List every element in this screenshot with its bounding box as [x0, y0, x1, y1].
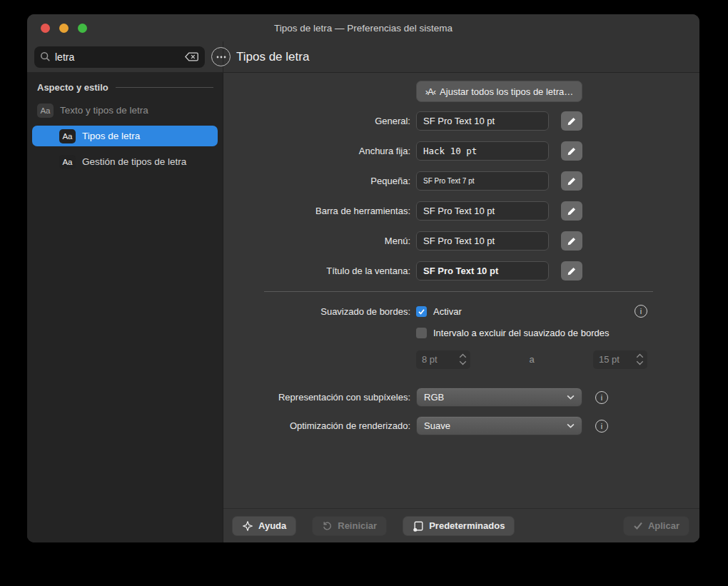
search-area — [27, 41, 223, 72]
sidebar-item-tipos-de-letra[interactable]: Aa Tipos de letra — [32, 126, 218, 146]
hinting-row: Optimización de renderizado: Suave i — [223, 416, 699, 435]
edit-window-title-font-button[interactable] — [561, 261, 582, 281]
field-label: Menú: — [223, 236, 410, 246]
exclude-range-label: Intervalo a excluir del suavizado de bor… — [433, 328, 609, 338]
pencil-icon — [567, 176, 577, 186]
minimize-window-button[interactable] — [59, 24, 69, 33]
section-divider — [264, 291, 653, 292]
hinting-info-icon[interactable]: i — [595, 420, 608, 433]
subpixel-dropdown[interactable]: RGB — [416, 388, 582, 407]
page-header: Tipos de letra — [223, 41, 699, 72]
sidebar-item-label: Texto y tipos de letra — [60, 105, 148, 116]
antialiasing-info-icon[interactable]: i — [635, 305, 647, 318]
page-title: Tipos de letra — [236, 50, 309, 64]
font-row-small: Pequeña: SF Pro Text 7 pt — [223, 171, 699, 191]
reset-button[interactable]: Reiniciar — [312, 516, 387, 536]
defaults-button[interactable]: Predeterminados — [403, 516, 515, 536]
chevron-down-icon — [567, 423, 575, 428]
window-controls — [41, 14, 87, 41]
field-label: General: — [223, 116, 410, 126]
subpixel-info-icon[interactable]: i — [595, 391, 608, 404]
font-management-icon: Aa — [59, 155, 76, 169]
general-font-value: SF Pro Text 10 pt — [416, 111, 549, 131]
field-label: Pequeña: — [223, 176, 410, 186]
sidebar-section-header: Aspecto y estilo — [27, 82, 223, 93]
font-row-general: General: SF Pro Text 10 pt — [223, 111, 699, 131]
sidebar-item-label: Tipos de letra — [82, 131, 140, 141]
search-input[interactable] — [51, 51, 184, 63]
field-label: Suavizado de bordes: — [223, 306, 410, 317]
fixed-width-font-value: Hack 10 pt — [416, 141, 549, 161]
apply-button[interactable]: Aplicar — [623, 516, 689, 536]
font-row-fixed-width: Anchura fija: Hack 10 pt — [223, 141, 699, 161]
maximize-window-button[interactable] — [78, 24, 87, 33]
pencil-icon — [567, 236, 577, 246]
close-window-button[interactable] — [41, 24, 50, 33]
antialiasing-enable-checkbox[interactable] — [416, 306, 427, 317]
antialiasing-row: Suavizado de bordes: Activar i — [223, 303, 699, 319]
small-font-value: SF Pro Text 7 pt — [416, 171, 549, 191]
undo-icon — [322, 520, 333, 531]
field-label: Título de la ventana: — [223, 266, 410, 276]
sidebar-item-label: Gestión de tipos de letra — [82, 156, 186, 167]
clear-search-icon[interactable] — [184, 51, 199, 62]
field-label: Optimización de renderizado: — [223, 420, 410, 431]
sidebar-item-gestion-de-tipos-de-letra[interactable]: Aa Gestión de tipos de letra — [32, 151, 218, 172]
exclude-range-checkbox[interactable] — [416, 328, 427, 338]
checkmark-icon — [633, 521, 643, 530]
pencil-icon — [567, 206, 577, 216]
sidebar-item-texto-y-tipos-de-letra[interactable]: Aa Texto y tipos de letra — [32, 100, 218, 121]
font-row-toolbar: Barra de herramientas: SF Pro Text 10 pt — [223, 201, 699, 221]
spinner-arrows-icon[interactable] — [459, 353, 467, 365]
checkmark-icon — [418, 308, 425, 315]
window-title-font-value: SF Pro Text 10 pt — [416, 261, 549, 281]
sidebar: Aspecto y estilo Aa Texto y tipos de let… — [27, 73, 223, 542]
footer-bar: Ayuda Reiniciar Predeterminados Aplicar — [223, 508, 699, 542]
range-to-spinner[interactable]: 15 pt — [593, 350, 647, 369]
edit-general-font-button[interactable] — [561, 111, 582, 131]
help-button[interactable]: Ayuda — [232, 516, 296, 536]
edit-toolbar-font-button[interactable] — [561, 201, 582, 221]
header-row: Tipos de letra — [27, 41, 699, 73]
edit-menu-font-button[interactable] — [561, 231, 582, 251]
edit-small-font-button[interactable] — [561, 171, 582, 191]
defaults-icon — [413, 520, 424, 532]
spinner-arrows-icon[interactable] — [636, 353, 644, 365]
fonts-icon: Aa — [59, 129, 76, 143]
range-from-spinner[interactable]: 8 pt — [416, 350, 470, 369]
subpixel-row: Representación con subpíxeles: RGB i — [223, 388, 699, 407]
field-label: Anchura fija: — [223, 146, 410, 156]
pencil-icon — [567, 266, 577, 276]
font-row-menu: Menú: SF Pro Text 10 pt — [223, 231, 699, 251]
help-star-icon — [242, 520, 253, 532]
search-icon — [40, 51, 51, 62]
adjust-all-fonts-button[interactable]: ›A‹ Ajustar todos los tipos de letra… — [416, 81, 582, 102]
fonts-settings-content: ›A‹ Ajustar todos los tipos de letra… Ge… — [223, 73, 699, 508]
field-label: Barra de herramientas: — [223, 206, 410, 216]
exclude-range-row: Intervalo a excluir del suavizado de bor… — [223, 325, 699, 340]
field-label: Representación con subpíxeles: — [223, 392, 410, 403]
fonts-category-icon: Aa — [37, 103, 54, 118]
titlebar[interactable]: Tipos de letra — Preferencias del sistem… — [27, 14, 699, 41]
antialiasing-enable-label: Activar — [433, 306, 462, 317]
preferences-window: Tipos de letra — Preferencias del sistem… — [27, 14, 699, 542]
main-panel: ›A‹ Ajustar todos los tipos de letra… Ge… — [223, 73, 699, 542]
chevron-down-icon — [567, 395, 575, 400]
toolbar-font-value: SF Pro Text 10 pt — [416, 201, 549, 221]
window-title: Tipos de letra — Preferencias del sistem… — [274, 23, 453, 34]
search-box[interactable] — [34, 46, 205, 68]
edit-fixed-width-font-button[interactable] — [561, 141, 582, 161]
font-row-window-title: Título de la ventana: SF Pro Text 10 pt — [223, 261, 699, 281]
hinting-dropdown[interactable]: Suave — [416, 416, 582, 435]
adjust-fonts-icon: ›A‹ — [425, 86, 435, 97]
menu-font-value: SF Pro Text 10 pt — [416, 231, 549, 251]
exclude-range-values-row: 8 pt a 15 pt — [223, 350, 699, 369]
pencil-icon — [567, 116, 577, 126]
pencil-icon — [567, 146, 577, 156]
range-separator-label: a — [529, 354, 534, 365]
